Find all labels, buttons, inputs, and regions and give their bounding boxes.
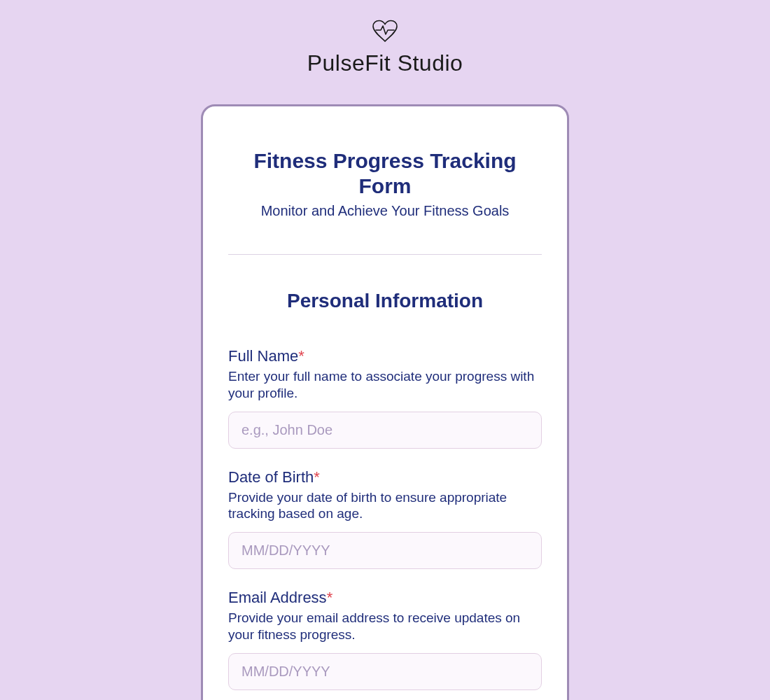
required-star: * (327, 589, 333, 606)
form-card: Fitness Progress Tracking Form Monitor a… (201, 104, 569, 700)
field-email: Email Address* Provide your email addres… (228, 589, 542, 690)
page-container: PulseFit Studio Fitness Progress Trackin… (0, 0, 770, 700)
dob-input[interactable] (228, 532, 542, 569)
dob-help: Provide your date of birth to ensure app… (228, 489, 542, 523)
brand-name: PulseFit Studio (307, 50, 463, 76)
logo-block: PulseFit Studio (307, 20, 463, 76)
email-label: Email Address* (228, 589, 542, 607)
field-dob: Date of Birth* Provide your date of birt… (228, 468, 542, 570)
email-help: Provide your email address to receive up… (228, 610, 542, 643)
heart-pulse-icon (371, 20, 399, 46)
email-input[interactable] (228, 653, 542, 690)
email-label-text: Email Address (228, 589, 327, 606)
dob-label-text: Date of Birth (228, 468, 314, 486)
full-name-input[interactable] (228, 412, 542, 449)
dob-label: Date of Birth* (228, 468, 542, 486)
full-name-help: Enter your full name to associate your p… (228, 368, 542, 402)
field-full-name: Full Name* Enter your full name to assoc… (228, 347, 542, 449)
form-title: Fitness Progress Tracking Form (228, 148, 542, 199)
divider (228, 254, 542, 255)
full-name-label-text: Full Name (228, 347, 298, 365)
form-subtitle: Monitor and Achieve Your Fitness Goals (228, 203, 542, 219)
required-star: * (314, 468, 320, 486)
required-star: * (298, 347, 304, 365)
section-title: Personal Information (228, 290, 542, 312)
full-name-label: Full Name* (228, 347, 542, 365)
